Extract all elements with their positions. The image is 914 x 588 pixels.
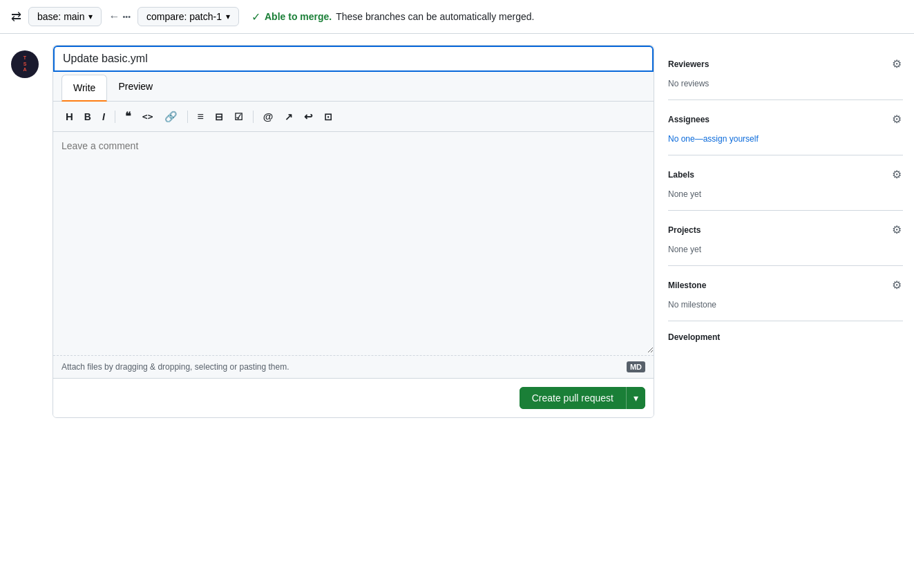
sidebar: Reviewers ⚙ No reviews Assignees ⚙ No on… <box>668 45 903 359</box>
toolbar-mention-btn[interactable]: @ <box>259 108 278 125</box>
toolbar-link-btn[interactable]: 🔗 <box>160 108 182 126</box>
projects-header: Projects ⚙ <box>668 222 903 238</box>
reviewers-gear-btn[interactable]: ⚙ <box>891 56 903 72</box>
projects-value: None yet <box>668 245 701 254</box>
tabs-bar: Write Preview <box>53 72 654 102</box>
labels-title: Labels <box>668 170 694 180</box>
avatar-initials: TSA <box>23 55 26 73</box>
reviewers-title: Reviewers <box>668 59 709 69</box>
avatar: TSA <box>11 50 39 78</box>
toolbar-task-list-btn[interactable]: ☑ <box>230 108 247 125</box>
compare-branch-chevron: ▾ <box>226 12 230 21</box>
toolbar-sep-2 <box>187 111 188 123</box>
toolbar-reference-btn[interactable]: ↗ <box>280 108 297 125</box>
projects-title: Projects <box>668 225 701 235</box>
assignees-value[interactable]: No one—assign yourself <box>668 134 759 144</box>
assignees-section: Assignees ⚙ No one—assign yourself <box>668 100 903 155</box>
top-bar: ⇄ base: main ▾ ← ••• compare: patch-1 ▾ … <box>0 0 914 34</box>
base-branch-label: base: main <box>37 11 84 22</box>
comment-textarea[interactable] <box>53 132 654 353</box>
base-branch-selector[interactable]: base: main ▾ <box>28 7 102 26</box>
toolbar-heading-btn[interactable]: H <box>61 108 77 125</box>
merge-description: These branches can be automatically merg… <box>336 11 534 22</box>
arrow-back-icon: ← <box>108 10 120 23</box>
arrow-back-area: ← ••• <box>108 10 131 23</box>
top-bar-left: ⇄ base: main ▾ ← ••• compare: patch-1 ▾ <box>11 7 239 26</box>
merge-check-icon: ✓ <box>251 10 260 23</box>
create-pr-button[interactable]: Create pull request ▾ <box>520 387 645 409</box>
milestone-header: Milestone ⚙ <box>668 277 903 293</box>
toolbar-unordered-list-btn[interactable]: ≡ <box>193 108 208 126</box>
labels-header: Labels ⚙ <box>668 167 903 182</box>
projects-section: Projects ⚙ None yet <box>668 211 903 266</box>
labels-value: None yet <box>668 189 701 199</box>
toolbar-quote-btn[interactable]: ❝ <box>121 107 135 126</box>
submit-bar: Create pull request ▾ <box>53 378 654 417</box>
toolbar-bold-btn[interactable]: B <box>80 108 95 125</box>
development-section: Development <box>668 321 903 359</box>
pr-form: Write Preview H B I ❝ <> 🔗 ≡ ⊟ ☑ @ ↗ ↩ ⊡… <box>53 45 654 418</box>
pr-title-input[interactable] <box>53 46 654 72</box>
toolbar-undo-btn[interactable]: ↩ <box>300 108 317 126</box>
editor-toolbar: H B I ❝ <> 🔗 ≡ ⊟ ☑ @ ↗ ↩ ⊡ <box>53 102 654 132</box>
compare-branch-selector[interactable]: compare: patch-1 ▾ <box>137 7 239 26</box>
editor-area <box>53 132 654 355</box>
toolbar-italic-btn[interactable]: I <box>98 108 109 125</box>
labels-section: Labels ⚙ None yet <box>668 155 903 211</box>
toolbar-ordered-list-btn[interactable]: ⊟ <box>211 108 227 125</box>
labels-gear-btn[interactable]: ⚙ <box>891 167 903 182</box>
milestone-title: Milestone <box>668 281 706 290</box>
create-pr-dropdown-arrow[interactable]: ▾ <box>627 387 645 409</box>
tab-write[interactable]: Write <box>61 75 107 102</box>
toolbar-code-btn[interactable]: <> <box>138 108 158 124</box>
development-title: Development <box>668 332 720 342</box>
toolbar-fullscreen-btn[interactable]: ⊡ <box>320 108 336 125</box>
reviewers-value: No reviews <box>668 79 709 88</box>
dots-icon: ••• <box>122 12 131 21</box>
compare-icon: ⇄ <box>11 9 21 24</box>
milestone-gear-btn[interactable]: ⚙ <box>891 277 903 293</box>
attach-bar: Attach files by dragging & dropping, sel… <box>53 355 654 378</box>
create-pr-label: Create pull request <box>520 387 626 409</box>
compare-branch-label: compare: patch-1 <box>146 11 222 22</box>
development-header: Development <box>668 332 903 342</box>
toolbar-sep-1 <box>115 111 115 123</box>
assignees-gear-btn[interactable]: ⚙ <box>891 111 903 127</box>
markdown-badge: MD <box>627 361 645 372</box>
tab-preview[interactable]: Preview <box>107 72 164 102</box>
assignees-title: Assignees <box>668 115 710 124</box>
projects-gear-btn[interactable]: ⚙ <box>891 222 903 238</box>
assignees-header: Assignees ⚙ <box>668 111 903 127</box>
reviewers-section: Reviewers ⚙ No reviews <box>668 45 903 100</box>
merge-able-text: Able to merge. <box>265 11 332 22</box>
reviewers-header: Reviewers ⚙ <box>668 56 903 72</box>
merge-status: ✓ Able to merge. These branches can be a… <box>251 10 534 23</box>
milestone-section: Milestone ⚙ No milestone <box>668 266 903 321</box>
milestone-value: No milestone <box>668 300 716 310</box>
base-branch-chevron: ▾ <box>88 12 93 21</box>
main-layout: TSA Write Preview H B I ❝ <> 🔗 ≡ ⊟ ☑ @ ↗… <box>0 34 914 429</box>
attach-text: Attach files by dragging & dropping, sel… <box>61 362 289 372</box>
toolbar-sep-3 <box>253 111 254 123</box>
